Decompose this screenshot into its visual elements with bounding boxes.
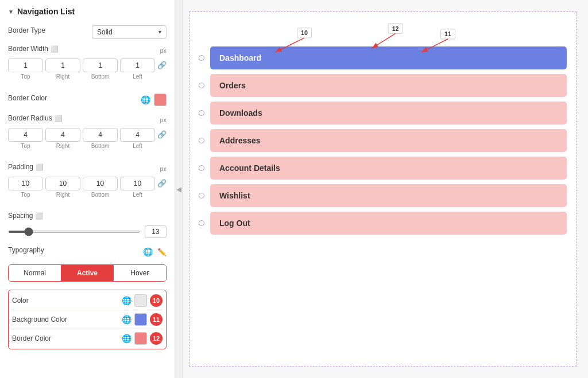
nav-link-logout[interactable]: Log Out bbox=[210, 212, 567, 235]
br-left-label: Left bbox=[120, 143, 155, 149]
bg-color-setting-controls: 🌐 11 bbox=[122, 313, 163, 326]
globe-icon-color[interactable]: 🌐 bbox=[122, 296, 131, 305]
spacing-section: Spacing ⬜ bbox=[8, 212, 167, 238]
nav-item-account-details: Account Details bbox=[199, 157, 567, 180]
padding-label: Padding ⬜ bbox=[8, 163, 44, 171]
border-color-swatch-setting[interactable] bbox=[134, 332, 147, 345]
bw-left-label: Left bbox=[120, 73, 155, 80]
border-width-top[interactable] bbox=[8, 59, 43, 72]
nav-link-account-details[interactable]: Account Details bbox=[210, 157, 567, 180]
border-width-header: Border Width ⬜ px bbox=[8, 45, 167, 56]
br-top-label: Top bbox=[8, 143, 43, 149]
border-type-row: Border Type Solid None Dashed Dotted Dou… bbox=[8, 25, 167, 39]
nav-link-wishlist[interactable]: Wishlist bbox=[210, 184, 567, 207]
border-width-inputs-block: Top Right Bottom Left bbox=[8, 59, 155, 85]
padding-inputs-wrapper: Top Right Bottom Left 🔗 bbox=[8, 177, 167, 204]
nav-bullet-downloads bbox=[199, 110, 204, 116]
tab-hover[interactable]: Hover bbox=[114, 265, 166, 281]
tab-normal[interactable]: Normal bbox=[9, 265, 61, 281]
nav-item-addresses: Addresses bbox=[199, 129, 567, 152]
color-swatch-main[interactable] bbox=[134, 294, 147, 307]
border-color-setting-label: Border Color bbox=[12, 334, 51, 342]
globe-icon-typo[interactable]: 🌐 bbox=[143, 247, 153, 256]
collapse-chevron-icon: ◀ bbox=[176, 185, 181, 193]
spacing-slider-row bbox=[8, 225, 167, 238]
bg-color-swatch[interactable] bbox=[134, 313, 147, 326]
svg-text:12: 12 bbox=[392, 25, 399, 32]
canvas-panel: 10 12 11 Dashboard bbox=[183, 0, 588, 378]
panel-collapse-handle[interactable]: ◀ bbox=[175, 0, 183, 378]
border-width-right[interactable] bbox=[45, 59, 80, 72]
settings-panel: ▼ Navigation List Border Type Solid None… bbox=[0, 0, 175, 378]
globe-icon-bgcolor[interactable]: 🌐 bbox=[122, 315, 131, 324]
panel-title-text: Navigation List bbox=[17, 7, 75, 16]
globe-icon-bc[interactable]: 🌐 bbox=[141, 95, 150, 104]
typography-label: Typography bbox=[8, 246, 44, 254]
bg-color-setting-label: Background Color bbox=[12, 315, 67, 324]
br-right-label: Right bbox=[45, 143, 80, 149]
collapse-icon[interactable]: ▼ bbox=[8, 9, 14, 15]
border-color-row: Border Color 🌐 bbox=[8, 93, 167, 106]
badge-10: 10 bbox=[150, 294, 163, 307]
border-radius-inputs bbox=[8, 128, 155, 142]
nav-link-addresses[interactable]: Addresses bbox=[210, 129, 567, 152]
padding-header: Padding ⬜ px bbox=[8, 163, 167, 174]
border-color-controls: 🌐 bbox=[141, 93, 167, 106]
monitor-icon-br: ⬜ bbox=[55, 115, 63, 122]
border-color-swatch[interactable] bbox=[154, 93, 167, 106]
border-radius-bottom[interactable] bbox=[83, 128, 118, 142]
bw-bottom-label: Bottom bbox=[83, 73, 118, 80]
nav-item-orders: Orders bbox=[199, 74, 567, 97]
nav-item-logout: Log Out bbox=[199, 212, 567, 235]
spacing-slider[interactable] bbox=[8, 231, 140, 233]
spacing-value[interactable] bbox=[145, 225, 167, 238]
padding-left[interactable] bbox=[120, 177, 155, 190]
nav-bullet-orders bbox=[199, 83, 204, 88]
pad-right-label: Right bbox=[45, 192, 80, 198]
border-radius-top[interactable] bbox=[8, 128, 43, 142]
border-radius-right[interactable] bbox=[45, 128, 80, 142]
nav-item-downloads: Downloads bbox=[199, 102, 567, 124]
color-setting-row: Color 🌐 10 bbox=[12, 291, 163, 310]
padding-top[interactable] bbox=[8, 177, 43, 190]
nav-item-wishlist: Wishlist bbox=[199, 184, 567, 207]
border-width-left[interactable] bbox=[120, 59, 155, 72]
nav-link-orders[interactable]: Orders bbox=[210, 74, 567, 97]
border-radius-inputs-wrapper: Top Right Bottom Left 🔗 bbox=[8, 128, 167, 155]
nav-link-dashboard[interactable]: Dashboard bbox=[210, 46, 567, 69]
border-width-label: Border Width ⬜ bbox=[8, 45, 59, 53]
padding-bottom[interactable] bbox=[83, 177, 118, 190]
edit-icon-typo[interactable]: ✏️ bbox=[157, 248, 167, 256]
border-width-link-icon[interactable]: 🔗 bbox=[157, 61, 167, 69]
globe-icon-border-color[interactable]: 🌐 bbox=[122, 334, 131, 343]
padding-labels: Top Right Bottom Left bbox=[8, 192, 155, 198]
svg-text:10: 10 bbox=[301, 29, 308, 36]
border-width-inputs-wrapper: Top Right Bottom Left 🔗 bbox=[8, 59, 167, 85]
nav-link-downloads[interactable]: Downloads bbox=[210, 102, 567, 124]
nav-bullet-dashboard bbox=[199, 55, 204, 61]
nav-bullet-wishlist bbox=[199, 193, 204, 198]
border-radius-link-icon[interactable]: 🔗 bbox=[157, 130, 167, 139]
border-width-bottom[interactable] bbox=[83, 59, 118, 72]
badge-11: 11 bbox=[150, 313, 163, 326]
typography-row: Typography 🌐 ✏️ bbox=[8, 246, 167, 258]
tab-active[interactable]: Active bbox=[61, 265, 113, 281]
nav-bullet-logout bbox=[199, 220, 204, 226]
pad-bottom-label: Bottom bbox=[83, 192, 118, 198]
svg-rect-3 bbox=[388, 24, 403, 33]
typography-icons: 🌐 ✏️ bbox=[143, 247, 167, 256]
svg-rect-6 bbox=[440, 29, 455, 39]
border-type-select[interactable]: Solid None Dashed Dotted Double bbox=[92, 25, 167, 39]
padding-section: Padding ⬜ px Top Right Bottom Left bbox=[8, 163, 167, 204]
monitor-icon-sp: ⬜ bbox=[35, 212, 43, 220]
border-width-labels: Top Right Bottom Left bbox=[8, 73, 155, 80]
state-tabs: Normal Active Hover bbox=[8, 264, 167, 282]
br-bottom-label: Bottom bbox=[83, 143, 118, 149]
border-radius-header: Border Radius ⬜ px bbox=[8, 114, 167, 126]
padding-link-icon[interactable]: 🔗 bbox=[157, 179, 167, 188]
border-radius-left[interactable] bbox=[120, 128, 155, 142]
color-setting-controls: 🌐 10 bbox=[122, 294, 163, 307]
border-color-setting-controls: 🌐 12 bbox=[122, 332, 163, 345]
padding-unit: px bbox=[160, 165, 167, 172]
padding-right[interactable] bbox=[45, 177, 80, 190]
